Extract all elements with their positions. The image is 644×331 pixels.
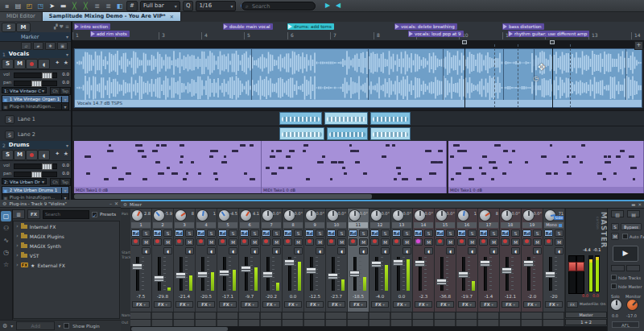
take-clip[interactable]	[327, 127, 368, 140]
master-mute-button[interactable]: M	[611, 233, 619, 240]
solo-button[interactable]: S	[294, 230, 303, 237]
volume-fader[interactable]	[262, 271, 273, 278]
instrument-select[interactable]: 2: Vita Urban Dr	[2, 178, 47, 184]
monitor-speaker-button[interactable]: ◖	[294, 247, 303, 254]
mixer-channel-strip[interactable]: 71 Side Mono Rd S M ◖	[543, 209, 565, 312]
fx-button[interactable]: FX▾	[458, 301, 476, 308]
channel-number[interactable]: 8	[283, 222, 303, 228]
pan-slider[interactable]	[14, 172, 57, 177]
nav-forward-icon[interactable]: ▶	[325, 2, 330, 9]
record-button[interactable]	[196, 238, 205, 246]
mute-button[interactable]: M	[489, 238, 498, 246]
minimize-icon[interactable]: –	[109, 201, 112, 206]
volume-slider[interactable]	[14, 163, 57, 169]
monitor-speaker-button[interactable]: ◖	[272, 247, 281, 254]
mixer-channel-strip[interactable]: -5.9 2 Rd S M ◖	[152, 209, 174, 312]
record-button[interactable]	[262, 238, 270, 246]
monitor-speaker-button[interactable]: ◖	[207, 247, 216, 254]
marker-delete-icon[interactable]: ▰	[33, 42, 43, 50]
solo-button[interactable]: S	[272, 230, 281, 237]
show-plugin-checkbox[interactable]	[64, 323, 69, 329]
solo-button[interactable]: S	[185, 230, 194, 237]
fx-button[interactable]: FX▾	[415, 301, 432, 308]
monitor-speaker-button[interactable]: ◖	[468, 247, 477, 254]
add-plugin-button[interactable]: Add	[16, 321, 55, 330]
solo-button[interactable]: S	[359, 230, 368, 237]
scrollbar-handle[interactable]	[74, 194, 372, 199]
monitor-speaker-button[interactable]: ◖	[446, 247, 455, 254]
record-button[interactable]	[349, 238, 357, 246]
mute-button[interactable]: M	[402, 238, 411, 246]
solo-button[interactable]: S	[229, 230, 237, 237]
automation-read-button[interactable]: Rd	[131, 230, 140, 237]
pan-knob[interactable]	[132, 210, 142, 221]
fx-button[interactable]: FX▾	[175, 301, 193, 308]
plugin-view-icon[interactable]: ⚇	[1, 223, 11, 234]
mixer-channel-strip[interactable]: 0.0° 19 Rd S M ◖	[522, 209, 543, 312]
channel-number[interactable]: 18	[501, 222, 520, 228]
tree-item[interactable]: › MAGIX Plugins	[14, 231, 119, 241]
record-button[interactable]	[370, 238, 379, 246]
track-name[interactable]: Vocals	[9, 51, 29, 57]
transport-button-1[interactable]	[611, 265, 625, 271]
folder-icon[interactable]: ▧	[611, 210, 624, 217]
menu-icon[interactable]: ▪	[2, 2, 11, 10]
pan-knob[interactable]	[219, 210, 229, 221]
volume-slider[interactable]	[14, 72, 57, 78]
expand-icon[interactable]: ›	[16, 242, 19, 249]
mute-button[interactable]: M	[446, 238, 455, 246]
marker-flag[interactable]: double main vocal	[223, 23, 273, 30]
mute-button[interactable]: M	[207, 238, 216, 246]
channel-number[interactable]: 17	[479, 222, 498, 228]
tree-item[interactable]: › Internal FX	[14, 221, 119, 231]
pan-knob[interactable]	[284, 210, 295, 221]
minimize-icon[interactable]: ▬	[631, 202, 635, 207]
record-button[interactable]	[414, 238, 423, 246]
automation-read-button[interactable]: Rd	[305, 230, 314, 237]
volume-fader[interactable]	[154, 275, 164, 282]
mute-button[interactable]: M	[250, 238, 259, 246]
mixer-hscrollbar[interactable]	[130, 326, 607, 331]
lock-icon[interactable]: ✦	[55, 151, 60, 157]
track-header-drums[interactable]: 2 Drums ▾ S M ◖ ✦ ★ vol 0.0	[0, 141, 71, 200]
automation-read-button[interactable]: Rd	[522, 230, 531, 237]
mute-button[interactable]: M	[185, 238, 194, 246]
volume-fader[interactable]	[197, 271, 208, 278]
solo-button[interactable]: S	[555, 230, 564, 237]
marker-flag[interactable]: vocals: delete breathing	[394, 23, 457, 30]
plugin-search-input[interactable]	[43, 210, 89, 219]
mute-button[interactable]: M	[533, 238, 542, 246]
pan-knob[interactable]	[328, 210, 338, 221]
plugin-slot-add[interactable]: ▣ Plug-in hinzufügen... ▾	[0, 102, 71, 110]
marker-flag[interactable]: intro section	[74, 23, 110, 30]
clip-boundary[interactable]	[251, 49, 252, 100]
pan-knob[interactable]	[306, 210, 316, 221]
expand-icon[interactable]: ›	[16, 262, 19, 268]
automation-read-button[interactable]: Rd	[436, 230, 444, 237]
mute-button[interactable]: M	[272, 238, 281, 246]
fx-button[interactable]: FX▾	[371, 301, 389, 308]
lane-2-row[interactable]	[72, 126, 644, 141]
range-cursor[interactable]	[464, 40, 465, 108]
record-arm-button[interactable]	[26, 150, 38, 160]
fx-button[interactable]: FX▾	[197, 301, 215, 308]
record-arm-button[interactable]	[26, 59, 38, 69]
pan-knob[interactable]	[241, 210, 251, 221]
volume-fader[interactable]	[436, 279, 447, 285]
bypass-button[interactable]: Bypass	[621, 223, 642, 230]
solo-button[interactable]: S	[402, 230, 411, 237]
transport-button-2[interactable]	[626, 265, 640, 271]
mute-button[interactable]: M	[14, 59, 26, 69]
lock-icon[interactable]: ✦	[55, 60, 60, 66]
volume-handle[interactable]	[42, 163, 52, 170]
masterfile-toggle[interactable]: MasterFile: On	[580, 302, 605, 306]
mute-button[interactable]: M	[555, 238, 564, 246]
record-button[interactable]	[436, 238, 444, 246]
volume-fader[interactable]	[458, 271, 469, 278]
play-button[interactable]: ▶	[613, 246, 638, 262]
channel-number[interactable]: 9	[305, 222, 324, 228]
volume-fader[interactable]	[306, 267, 316, 274]
automation-read-button[interactable]: Rd	[392, 230, 401, 237]
quantize-select[interactable]: 1/16 ▾	[196, 1, 236, 11]
track-header-vocals[interactable]: 1 Vocals ▾ S M ◖ ✦ ★ vol 0.0	[0, 50, 71, 110]
